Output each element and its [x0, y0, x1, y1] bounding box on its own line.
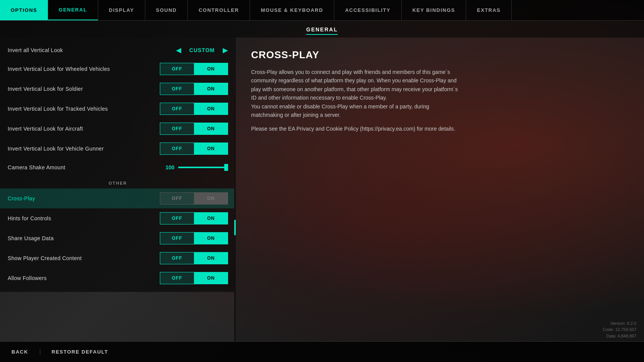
- setting-row-usage[interactable]: Share Usage Data OFF ON: [0, 228, 236, 248]
- crossplay-off[interactable]: OFF: [160, 193, 194, 204]
- hints-off[interactable]: OFF: [160, 213, 194, 224]
- followers-toggle[interactable]: OFF ON: [160, 272, 228, 284]
- usage-label: Share Usage Data: [8, 235, 54, 241]
- usage-toggle[interactable]: OFF ON: [160, 232, 228, 244]
- content-toggle[interactable]: OFF ON: [160, 252, 228, 264]
- settings-panel: Invert all Vertical Look ◀ CUSTOM ▶ Inve…: [0, 38, 236, 292]
- gunner-toggle[interactable]: OFF ON: [160, 143, 228, 155]
- setting-row-content[interactable]: Show Player Created Content OFF ON: [0, 248, 236, 268]
- camera-shake-slider-container: 100: [159, 164, 228, 170]
- camera-shake-label: Camera Shake Amount: [8, 164, 65, 170]
- aircraft-toggle[interactable]: OFF ON: [160, 123, 228, 135]
- version-line2: Code: 12,759,507: [603, 326, 636, 333]
- tab-general[interactable]: GENERAL: [48, 0, 98, 20]
- setting-row-tracked[interactable]: Invert Vertical Look for Tracked Vehicle…: [0, 99, 236, 119]
- info-title: CROSS-PLAY: [251, 49, 629, 61]
- setting-row-hints[interactable]: Hints for Controls OFF ON: [0, 208, 236, 228]
- scroll-indicator: [234, 38, 236, 341]
- soldier-label: Invert Vertical Look for Soldier: [8, 86, 83, 92]
- main-layout: Invert all Vertical Look ◀ CUSTOM ▶ Inve…: [0, 38, 644, 341]
- bottom-bar: BACK RESTORE DEFAULT: [0, 341, 644, 362]
- scroll-thumb: [234, 220, 236, 235]
- custom-value: CUSTOM: [187, 47, 217, 53]
- invert-all-label: Invert all Vertical Look: [8, 47, 63, 53]
- crossplay-on[interactable]: ON: [194, 193, 228, 204]
- setting-row-aircraft[interactable]: Invert Vertical Look for Aircraft OFF ON: [0, 119, 236, 139]
- tracked-off[interactable]: OFF: [160, 103, 194, 115]
- content-on[interactable]: ON: [194, 252, 228, 264]
- followers-on[interactable]: ON: [194, 272, 228, 284]
- invert-all-row[interactable]: Invert all Vertical Look ◀ CUSTOM ▶: [0, 41, 236, 59]
- crossplay-label: Cross-Play: [8, 195, 35, 201]
- setting-row-soldier[interactable]: Invert Vertical Look for Soldier OFF ON: [0, 79, 236, 99]
- version-line1: Version: 0.2.0: [603, 320, 636, 327]
- tab-display[interactable]: DISPLAY: [98, 0, 145, 20]
- wheeled-off[interactable]: OFF: [160, 63, 194, 75]
- setting-row-gunner[interactable]: Invert Vertical Look for Vehicle Gunner …: [0, 139, 236, 159]
- other-section-divider: OTHER: [0, 176, 236, 188]
- slider-thumb[interactable]: [224, 164, 228, 171]
- aircraft-label: Invert Vertical Look for Aircraft: [8, 126, 83, 132]
- content-label: Show Player Created Content: [8, 255, 82, 261]
- info-text: Cross-Play allows you to connect and pla…: [251, 68, 458, 133]
- followers-label: Allow Followers: [8, 275, 47, 281]
- usage-on[interactable]: ON: [194, 233, 228, 244]
- wheeled-toggle[interactable]: OFF ON: [160, 63, 228, 75]
- left-arrow-icon[interactable]: ◀: [176, 46, 181, 54]
- hints-label: Hints for Controls: [8, 215, 51, 221]
- tab-options[interactable]: OPTIONS: [0, 0, 48, 20]
- camera-shake-row[interactable]: Camera Shake Amount 100: [0, 159, 236, 176]
- back-button[interactable]: BACK: [12, 349, 40, 355]
- tab-key-bindings[interactable]: KEY BINDINGS: [402, 0, 467, 20]
- top-navigation: OPTIONS GENERAL DISPLAY SOUND CONTROLLER…: [0, 0, 644, 21]
- setting-row-crossplay[interactable]: Cross-Play OFF ON: [0, 188, 236, 208]
- section-heading: GENERAL: [0, 21, 644, 38]
- tab-extras[interactable]: EXTRAS: [466, 0, 512, 20]
- tab-sound[interactable]: SOUND: [145, 0, 188, 20]
- content-off[interactable]: OFF: [160, 252, 194, 264]
- version-line3: Data: 4,848,867: [603, 333, 636, 339]
- tab-mouse-keyboard[interactable]: MOUSE & KEYBOARD: [250, 0, 334, 20]
- aircraft-off[interactable]: OFF: [160, 123, 194, 134]
- restore-default-button[interactable]: RESTORE DEFAULT: [52, 349, 120, 355]
- wheeled-on[interactable]: ON: [194, 63, 228, 75]
- setting-row-wheeled[interactable]: Invert Vertical Look for Wheeled Vehicle…: [0, 59, 236, 79]
- soldier-on[interactable]: ON: [194, 83, 228, 95]
- tracked-toggle[interactable]: OFF ON: [160, 103, 228, 115]
- hints-on[interactable]: ON: [194, 213, 228, 224]
- info-paragraph-2: Please see the EA Privacy and Cookie Pol…: [251, 124, 458, 133]
- right-arrow-icon[interactable]: ▶: [223, 46, 228, 54]
- hints-toggle[interactable]: OFF ON: [160, 212, 228, 224]
- soldier-toggle[interactable]: OFF ON: [160, 83, 228, 95]
- setting-row-followers[interactable]: Allow Followers OFF ON: [0, 268, 236, 288]
- tracked-on[interactable]: ON: [194, 103, 228, 115]
- gunner-off[interactable]: OFF: [160, 143, 194, 154]
- gunner-on[interactable]: ON: [194, 143, 228, 154]
- camera-shake-track[interactable]: [178, 167, 228, 168]
- tracked-label: Invert Vertical Look for Tracked Vehicle…: [8, 106, 108, 112]
- tab-accessibility[interactable]: ACCESSIBILITY: [334, 0, 401, 20]
- camera-shake-value: 100: [159, 164, 174, 170]
- gunner-label: Invert Vertical Look for Vehicle Gunner: [8, 146, 104, 152]
- aircraft-on[interactable]: ON: [194, 123, 228, 134]
- usage-off[interactable]: OFF: [160, 233, 194, 244]
- slider-fill: [178, 167, 228, 168]
- followers-off[interactable]: OFF: [160, 272, 194, 284]
- wheeled-label: Invert Vertical Look for Wheeled Vehicle…: [8, 66, 110, 72]
- info-panel: CROSS-PLAY Cross-Play allows you to conn…: [236, 38, 644, 341]
- custom-selector: ◀ CUSTOM ▶: [176, 46, 228, 54]
- version-info: Version: 0.2.0 Code: 12,759,507 Data: 4,…: [603, 320, 636, 339]
- tab-controller[interactable]: CONTROLLER: [188, 0, 250, 20]
- crossplay-toggle[interactable]: OFF ON: [160, 192, 228, 205]
- left-panel-wrapper: Invert all Vertical Look ◀ CUSTOM ▶ Inve…: [0, 38, 236, 341]
- info-paragraph-1: Cross-Play allows you to connect and pla…: [251, 68, 458, 119]
- soldier-off[interactable]: OFF: [160, 83, 194, 95]
